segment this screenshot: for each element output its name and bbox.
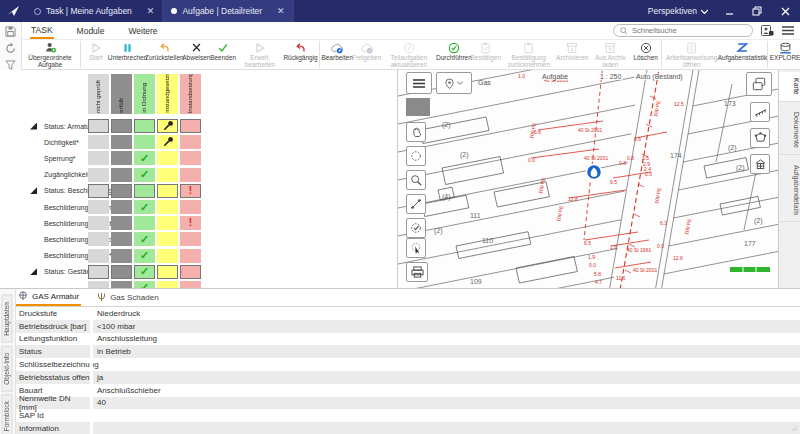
checklist-cell[interactable] — [134, 119, 155, 133]
checklist-cell[interactable] — [134, 184, 155, 198]
map-pointer-select-tool[interactable] — [406, 238, 426, 258]
map-panel[interactable]: 173174177111110109(2)(2)(4)(2)(2)(2)(2)1… — [398, 70, 778, 288]
map-color-swatch[interactable] — [406, 98, 430, 116]
checklist-cell[interactable] — [157, 168, 178, 182]
toolbar-button-zurueckstellen[interactable]: Zurückstellen — [146, 40, 182, 69]
map-pan-tool[interactable] — [406, 122, 426, 142]
property-row[interactable]: LeitungsfunktionAnschlussleitung — [16, 333, 800, 346]
checklist-cell[interactable] — [111, 184, 132, 198]
checklist-cell[interactable] — [88, 200, 109, 214]
checklist-cell[interactable] — [88, 249, 109, 263]
checklist-cell[interactable]: ✓ — [134, 265, 155, 279]
refresh-icon[interactable] — [5, 43, 16, 54]
close-button[interactable] — [778, 4, 792, 18]
checklist-cell[interactable] — [111, 200, 132, 214]
property-row[interactable]: Betriebsstatus offenja — [16, 371, 800, 384]
property-row[interactable]: DruckstufeNiederdruck — [16, 307, 800, 320]
checklist-cell[interactable] — [134, 135, 155, 149]
map-layer-dropdown[interactable] — [436, 72, 472, 94]
checklist-cell[interactable]: ✓ — [134, 281, 155, 288]
checklist-cell[interactable] — [88, 216, 109, 230]
checklist-cell[interactable] — [180, 168, 201, 182]
bottom-side-tab-hauptdaten[interactable]: Hauptdaten — [2, 295, 13, 343]
checklist-cell[interactable] — [157, 119, 178, 133]
checklist-cell[interactable]: ! — [180, 184, 201, 198]
checklist-cell[interactable] — [180, 232, 201, 246]
search-input[interactable] — [632, 26, 742, 35]
checklist-cell[interactable] — [180, 119, 201, 133]
expand-triangle-icon[interactable] — [30, 123, 37, 130]
map-print-button[interactable] — [406, 262, 428, 282]
menu-module[interactable]: Module — [76, 24, 106, 38]
checklist-cell[interactable] — [157, 249, 178, 263]
toolbar-button-uebergeordnete-aufgabe[interactable]: Übergeordnete Aufgabe — [22, 40, 78, 69]
checklist-cell[interactable] — [88, 168, 109, 182]
checklist-cell[interactable] — [111, 281, 132, 288]
toolbar-button-bearbeiten[interactable]: Bearbeiten — [322, 40, 352, 69]
property-row[interactable]: Statusin Betrieb — [16, 345, 800, 358]
property-row[interactable]: Nennweite DN [mm]40 — [16, 397, 800, 410]
toolbar-button-rueckgaengig[interactable]: Rückgängig — [284, 40, 317, 69]
map-menu-button[interactable] — [406, 72, 432, 94]
checklist-cell[interactable] — [111, 216, 132, 230]
checklist-cell[interactable] — [111, 265, 132, 279]
checklist-cell[interactable] — [180, 151, 201, 165]
checklist-cell[interactable] — [180, 265, 201, 279]
map-zoom-tool[interactable] — [406, 170, 426, 190]
maximize-button[interactable] — [750, 4, 764, 18]
checklist-cell[interactable] — [111, 168, 132, 182]
hamburger-menu-icon[interactable] — [782, 26, 794, 35]
checklist-cell[interactable] — [157, 281, 178, 288]
save-icon[interactable] — [5, 26, 16, 37]
bottom-tab-gas-schaden[interactable]: Gas Schaden — [95, 289, 160, 306]
toolbar-button-abweisen[interactable]: Abweisen — [183, 40, 211, 69]
map-scale-ratio-button[interactable] — [750, 102, 770, 122]
window-tab-meine-aufgaben[interactable]: Task | Meine Aufgaben ✕ — [26, 0, 163, 22]
task-marker-icon[interactable] — [587, 165, 602, 180]
checklist-cell[interactable]: ✓ — [134, 168, 155, 182]
resize-grip-icon[interactable] — [791, 425, 798, 432]
checklist-cell[interactable] — [134, 216, 155, 230]
checklist-cell[interactable]: ! — [180, 216, 201, 230]
right-tab-dokumente[interactable]: Dokumente — [779, 106, 800, 155]
property-row[interactable]: Betriebsdruck [bar]<100 mbar — [16, 320, 800, 333]
filter-icon[interactable] — [5, 60, 16, 70]
property-row[interactable]: BauartAnschlußschieber — [16, 384, 800, 397]
map-buildings-button[interactable] — [750, 154, 770, 174]
map-lasso-tool[interactable] — [406, 146, 426, 166]
right-tab-karte[interactable]: Karte — [779, 72, 800, 102]
checklist-cell[interactable] — [111, 249, 132, 263]
checklist-cell[interactable]: ✓ — [134, 249, 155, 263]
checklist-cell[interactable] — [180, 200, 201, 214]
menu-weitere[interactable]: Weitere — [127, 24, 158, 38]
perspectives-dropdown[interactable]: Perspektiven — [648, 6, 708, 16]
checklist-cell[interactable] — [180, 281, 201, 288]
checklist-cell[interactable]: ✓ — [134, 151, 155, 165]
checklist-cell[interactable] — [88, 265, 109, 279]
checklist-cell[interactable] — [111, 119, 132, 133]
checklist-cell[interactable] — [157, 232, 178, 246]
property-row[interactable]: Information — [16, 422, 800, 434]
checklist-cell[interactable] — [88, 151, 109, 165]
property-row[interactable]: Schlüsselbezeichnung — [16, 358, 800, 371]
checklist-cell[interactable]: ✓ — [134, 232, 155, 246]
close-tab-icon[interactable]: ✕ — [267, 6, 285, 16]
toolbar-button-unterbrechen[interactable]: Unterbrechen — [109, 40, 146, 69]
map-measure-tool[interactable] — [406, 194, 426, 214]
quick-search[interactable] — [613, 24, 753, 37]
checklist-cell[interactable] — [157, 265, 178, 279]
toolbar-button-aufgabenstatistik[interactable]: Aufgabenstatistik — [720, 40, 766, 69]
checklist-cell[interactable] — [88, 232, 109, 246]
checklist-cell[interactable] — [111, 232, 132, 246]
expand-triangle-icon[interactable] — [30, 187, 37, 194]
minimize-button[interactable] — [722, 4, 736, 18]
map-canvas[interactable]: 173174177111110109(2)(2)(4)(2)(2)(2)(2)1… — [398, 70, 778, 288]
toolbar-button-explore[interactable]: EXPLORE — [770, 40, 800, 69]
checklist-cell[interactable] — [111, 151, 132, 165]
bottom-side-tab-formblock[interactable]: Formblock — [2, 394, 13, 434]
bottom-tab-gas-armatur[interactable]: GAS Armatur — [16, 289, 81, 306]
toolbar-button-durchfuehren[interactable]: Durchführen — [437, 40, 471, 69]
bottom-side-tab-objekt-info[interactable]: Objekt-Info — [2, 346, 13, 392]
checklist-cell[interactable] — [157, 135, 178, 149]
map-select-confirm-tool[interactable] — [406, 218, 426, 238]
